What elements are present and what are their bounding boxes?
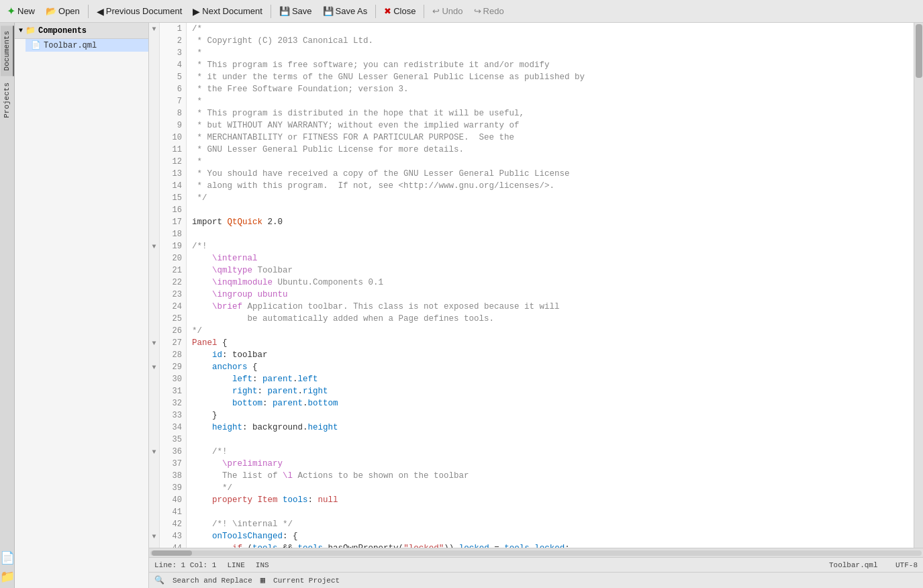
code-container[interactable]: ▼▼▼▼▼▼▼▼ 1234567891011121314151617181920… — [149, 23, 923, 548]
next-doc-button[interactable]: ▶ Next Document — [189, 5, 266, 18]
status-encoding: UTF-8 — [895, 561, 918, 569]
code-content[interactable]: /* * Copyright (C) 2013 Canonical Ltd. *… — [187, 23, 914, 548]
open-icon: 📂 — [46, 6, 56, 16]
folder-icon: 📁 — [26, 26, 36, 36]
prev-doc-button[interactable]: ◀ Previous Document — [93, 5, 186, 18]
search-replace-label[interactable]: Search and Replace — [173, 577, 252, 585]
save-label: Save — [292, 6, 312, 16]
close-button[interactable]: ✖ Close — [380, 5, 420, 17]
insert-mode: INS — [256, 561, 269, 569]
saveas-icon: 💾 — [323, 6, 334, 16]
file-label: Toolbar.qml — [44, 41, 97, 50]
file-icon: 📄 — [31, 40, 41, 50]
undo-button[interactable]: ↩ Undo — [428, 5, 467, 17]
toolbar-sep-1 — [88, 5, 89, 18]
scrollbar-track — [150, 550, 922, 556]
status-right: Toolbar.qml UTF-8 — [829, 561, 918, 569]
status-bar: Line: 1 Col: 1 LINE INS Toolbar.qml UTF-… — [149, 557, 923, 572]
new-label: New — [17, 6, 35, 16]
prev-icon: ◀ — [97, 6, 104, 17]
collapse-icon[interactable]: ▼ — [19, 27, 23, 34]
open-label: Open — [58, 6, 80, 16]
sidebar-tab-projects[interactable]: Projects — [1, 77, 14, 124]
toolbar-sep-4 — [424, 5, 424, 18]
status-bar2: 🔍 Search and Replace ▦ Current Project — [149, 572, 923, 588]
status-filename: Toolbar.qml — [829, 561, 878, 569]
cursor-position: Line: 1 Col: 1 — [154, 561, 216, 569]
scrollbar-thumb[interactable] — [916, 24, 922, 78]
save-icon: 💾 — [279, 6, 290, 16]
next-label: Next Document — [202, 6, 262, 16]
prev-label: Previous Document — [106, 6, 182, 16]
vertical-scrollbar[interactable] — [914, 23, 923, 548]
horizontal-scrollbar[interactable] — [149, 548, 923, 557]
new-button[interactable]: ✦ New — [3, 3, 39, 19]
next-icon: ▶ — [193, 6, 200, 17]
file-panel: ▼ 📁 Components 📄 Toolbar.qml — [15, 23, 149, 588]
sidebar-tab-documents[interactable]: Documents — [1, 26, 14, 76]
scrollbar-thumb-h[interactable] — [152, 550, 192, 556]
fold-column: ▼▼▼▼▼▼▼▼ — [149, 23, 160, 548]
redo-button[interactable]: ↪ Redo — [470, 5, 508, 17]
undo-icon: ↩ — [432, 6, 440, 16]
edit-mode: LINE — [227, 561, 244, 569]
file-panel-header: ▼ 📁 Components — [15, 23, 148, 39]
redo-icon: ↪ — [474, 6, 481, 16]
sidebar-icon-1[interactable]: 📄 — [0, 550, 15, 565]
save-button[interactable]: 💾 Save — [275, 5, 316, 17]
redo-label: Redo — [483, 6, 504, 16]
saveas-button[interactable]: 💾 Save As — [319, 5, 372, 17]
toolbar-sep-2 — [271, 5, 271, 18]
main-area: Documents Projects 📄 📁 ▼ 📁 Components 📄 … — [0, 23, 923, 588]
current-project-label[interactable]: Current Project — [273, 577, 340, 585]
open-button[interactable]: 📂 Open — [42, 5, 84, 17]
root-folder-label: Components — [38, 26, 87, 36]
close-label: Close — [393, 6, 416, 16]
saveas-label: Save As — [336, 6, 368, 16]
project-icon: ▦ — [260, 575, 265, 585]
close-icon: ✖ — [384, 6, 391, 16]
editor-area: ▼▼▼▼▼▼▼▼ 1234567891011121314151617181920… — [149, 23, 923, 588]
new-icon: ✦ — [7, 5, 15, 17]
line-numbers: 1234567891011121314151617181920212223242… — [160, 23, 187, 548]
sidebar-icon-2[interactable]: 📁 — [0, 569, 15, 584]
search-replace-icon: 🔍 — [154, 575, 164, 585]
toolbar: ✦ New 📂 Open ◀ Previous Document ▶ Next … — [0, 0, 923, 23]
sidebar-tabs: Documents Projects 📄 📁 — [0, 23, 15, 588]
undo-label: Undo — [442, 6, 463, 16]
file-tree-item[interactable]: 📄 Toolbar.qml — [26, 39, 148, 52]
toolbar-sep-3 — [375, 5, 376, 18]
